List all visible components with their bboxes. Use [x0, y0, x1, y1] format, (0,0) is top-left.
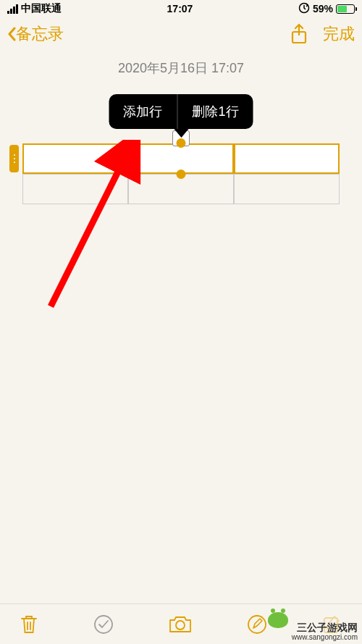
delete-row-button[interactable]: 删除1行 [177, 94, 253, 129]
battery-pct: 59% [313, 3, 333, 14]
done-button[interactable]: 完成 [323, 23, 355, 45]
status-bar: 中国联通 17:07 59% [0, 0, 362, 17]
table-cell[interactable] [22, 174, 128, 204]
clock: 17:07 [167, 3, 193, 14]
watermark-brand: 三公子游戏网 [292, 622, 358, 633]
table-cell[interactable] [22, 143, 128, 174]
selection-dot-top-icon[interactable] [177, 138, 186, 148]
note-timestamp: 2020年5月16日 17:07 [0, 59, 362, 77]
nav-bar: 备忘录 完成 [0, 17, 362, 51]
svg-point-3 [95, 616, 112, 633]
markup-button[interactable] [242, 609, 272, 640]
share-button[interactable] [290, 23, 308, 45]
svg-point-4 [176, 621, 185, 630]
trash-icon [19, 614, 39, 635]
table-cell[interactable] [234, 143, 340, 174]
chevron-back-icon [7, 27, 16, 41]
back-button[interactable]: 备忘录 [7, 23, 64, 45]
camera-button[interactable] [164, 610, 197, 639]
orientation-lock-icon [298, 2, 310, 16]
note-table[interactable] [22, 143, 340, 204]
checklist-button[interactable] [88, 609, 119, 640]
pen-circle-icon [246, 614, 268, 635]
svg-point-5 [248, 616, 266, 633]
camera-icon [168, 614, 193, 635]
menu-tail-icon [174, 129, 188, 138]
watermark: 三公子游戏网 www.sangongzi.com [292, 622, 358, 641]
back-label: 备忘录 [16, 23, 64, 45]
context-menu: 添加行 删除1行 [109, 94, 253, 138]
row-drag-handle[interactable] [9, 145, 19, 172]
selection-dot-bottom-icon[interactable] [177, 170, 186, 179]
table-cell[interactable] [234, 174, 340, 204]
share-icon [290, 23, 308, 45]
watermark-logo-icon [268, 612, 288, 628]
battery-icon [336, 4, 355, 14]
watermark-url: www.sangongzi.com [292, 633, 358, 641]
check-circle-icon [93, 614, 114, 635]
carrier-label: 中国联通 [21, 2, 62, 15]
signal-icon [7, 4, 18, 14]
delete-note-button[interactable] [14, 609, 43, 640]
add-row-button[interactable]: 添加行 [109, 94, 177, 129]
